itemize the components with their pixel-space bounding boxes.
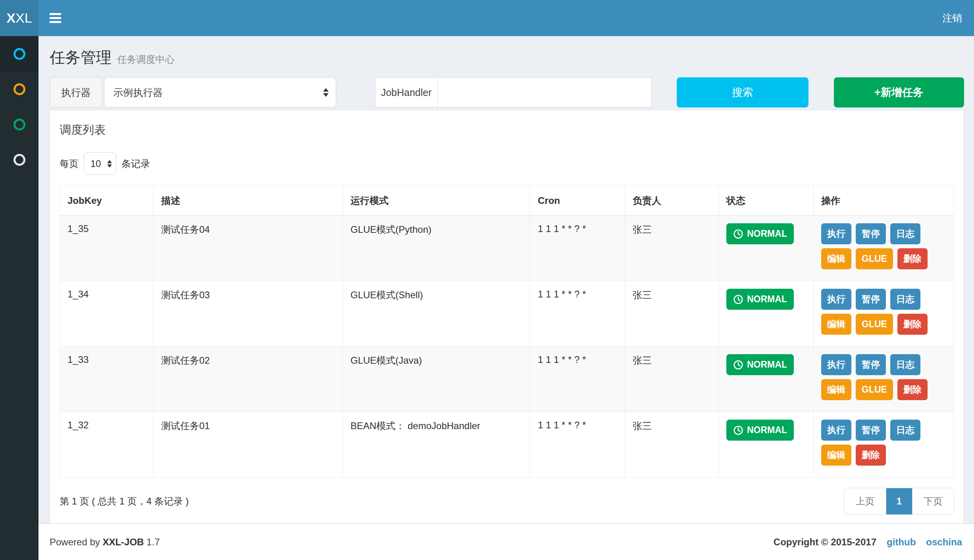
pagination-bar: 第 1 页 ( 总共 1 页，4 条记录 ) 上页 1 下页 — [60, 488, 954, 515]
log-button[interactable]: 日志 — [890, 420, 920, 441]
delete-button[interactable]: 删除 — [856, 445, 886, 466]
execute-button[interactable]: 执行 — [821, 420, 851, 441]
prev-page-button[interactable]: 上页 — [844, 488, 886, 514]
select-caret-icon — [323, 88, 329, 97]
search-button[interactable]: 搜索 — [677, 77, 808, 107]
page-size-suffix-label: 条记录 — [121, 157, 150, 170]
cell-actions: 执行暂停日志 编辑删除 — [814, 412, 954, 478]
cell-description: 测试任务03 — [154, 281, 343, 347]
cell-owner: 张三 — [625, 347, 719, 412]
execute-button[interactable]: 执行 — [821, 223, 851, 244]
glue-button[interactable]: GLUE — [856, 248, 893, 269]
log-button[interactable]: 日志 — [890, 354, 920, 375]
page-size-prefix-label: 每页 — [60, 157, 79, 170]
sidebar-item-3[interactable] — [0, 107, 38, 142]
executor-select[interactable]: 示例执行器 — [104, 77, 336, 107]
status-text: NORMAL — [747, 294, 787, 305]
jobhandler-group: JobHandler — [375, 77, 652, 107]
pause-button[interactable]: 暂停 — [856, 420, 886, 441]
app-logo[interactable]: XXL — [0, 0, 38, 36]
status-badge: NORMAL — [726, 289, 794, 310]
cell-status: NORMAL — [719, 347, 814, 412]
cell-runmode: BEAN模式： demoJobHandler — [343, 412, 530, 478]
log-button[interactable]: 日志 — [890, 289, 920, 310]
page-title: 任务管理 — [50, 49, 112, 66]
sidebar-item-1[interactable] — [0, 36, 38, 71]
cell-actions: 执行暂停日志 编辑GLUE删除 — [814, 216, 954, 281]
product-name: XXL-JOB — [102, 537, 144, 547]
sidebar-item-2[interactable] — [0, 71, 38, 107]
status-text: NORMAL — [747, 425, 787, 435]
clock-icon — [733, 229, 743, 239]
app-logo-bold: X — [6, 10, 15, 26]
glue-button[interactable]: GLUE — [856, 379, 893, 400]
execute-button[interactable]: 执行 — [821, 354, 851, 375]
delete-button[interactable]: 删除 — [897, 248, 928, 269]
page-size-select[interactable]: 10 — [84, 152, 116, 175]
add-job-button[interactable]: +新增任务 — [834, 77, 964, 107]
edit-button[interactable]: 编辑 — [821, 379, 851, 400]
edit-button[interactable]: 编辑 — [821, 445, 851, 466]
glue-button[interactable]: GLUE — [856, 314, 893, 335]
status-badge: NORMAL — [726, 420, 794, 441]
page-subtitle: 任务调度中心 — [117, 54, 174, 65]
edit-button[interactable]: 编辑 — [821, 314, 851, 335]
circle-icon — [13, 154, 25, 166]
next-page-button[interactable]: 下页 — [912, 488, 954, 514]
pause-button[interactable]: 暂停 — [856, 354, 886, 375]
cell-description: 测试任务01 — [154, 412, 343, 478]
clock-icon — [733, 425, 743, 435]
current-page-button[interactable]: 1 — [886, 488, 912, 514]
schedule-list-box: 调度列表 每页 10 条记录 JobKey 描述 运行模式 — [50, 110, 964, 524]
page-size-value: 10 — [90, 158, 101, 169]
column-header-actions: 操作 — [814, 186, 954, 216]
table-row: 1_34 测试任务03 GLUE模式(Shell) 1 1 1 * * ? * … — [60, 281, 954, 347]
execute-button[interactable]: 执行 — [821, 289, 851, 310]
caret-up-icon — [107, 160, 112, 163]
cell-actions: 执行暂停日志 编辑GLUE删除 — [814, 281, 954, 347]
edit-button[interactable]: 编辑 — [821, 248, 851, 269]
sidebar — [0, 36, 38, 560]
column-header-cron: Cron — [530, 186, 625, 216]
cell-cron: 1 1 1 * * ? * — [530, 412, 625, 478]
delete-button[interactable]: 删除 — [897, 314, 928, 335]
product-version: 1.7 — [146, 537, 160, 547]
sidebar-item-4[interactable] — [0, 142, 38, 177]
logout-link[interactable]: 注销 — [942, 12, 962, 25]
box-title: 调度列表 — [60, 122, 954, 138]
cell-runmode: GLUE模式(Shell) — [343, 281, 530, 347]
cell-cron: 1 1 1 * * ? * — [530, 216, 625, 281]
jobhandler-label: JobHandler — [375, 77, 438, 107]
pause-button[interactable]: 暂停 — [856, 289, 886, 310]
hamburger-icon — [50, 21, 61, 23]
clock-icon — [733, 294, 743, 305]
cell-status: NORMAL — [719, 281, 814, 347]
select-caret-icon — [107, 160, 112, 167]
copyright-text: Copyright © 2015-2017 — [774, 537, 876, 548]
cell-description: 测试任务02 — [154, 347, 343, 412]
github-link[interactable]: github — [887, 537, 916, 548]
oschina-link[interactable]: oschina — [926, 537, 962, 548]
hamburger-icon — [50, 13, 61, 15]
page-header: 任务管理 任务调度中心 — [50, 36, 964, 68]
hamburger-icon — [50, 17, 61, 19]
cell-runmode: GLUE模式(Java) — [343, 347, 530, 412]
top-navbar: XXL 注销 — [0, 0, 974, 36]
circle-icon — [13, 119, 25, 130]
delete-button[interactable]: 删除 — [897, 379, 928, 400]
pause-button[interactable]: 暂停 — [856, 223, 886, 244]
table-row: 1_35 测试任务04 GLUE模式(Python) 1 1 1 * * ? *… — [60, 216, 954, 281]
column-header-status: 状态 — [719, 186, 814, 216]
log-button[interactable]: 日志 — [890, 223, 920, 244]
table-row: 1_33 测试任务02 GLUE模式(Java) 1 1 1 * * ? * 张… — [60, 347, 954, 412]
pagination-summary: 第 1 页 ( 总共 1 页，4 条记录 ) — [60, 495, 189, 508]
page-size-control: 每页 10 条记录 — [60, 152, 954, 175]
app-logo-rest: XL — [15, 10, 32, 26]
table-row: 1_32 测试任务01 BEAN模式： demoJobHandler 1 1 1… — [60, 412, 954, 478]
powered-by-label: Powered by — [50, 537, 100, 547]
status-badge: NORMAL — [726, 354, 794, 375]
powered-by-text: Powered by XXL-JOB 1.7 — [50, 537, 160, 548]
jobhandler-input[interactable] — [438, 77, 652, 107]
sidebar-toggle-button[interactable] — [50, 13, 61, 23]
column-header-runmode: 运行模式 — [343, 186, 530, 216]
